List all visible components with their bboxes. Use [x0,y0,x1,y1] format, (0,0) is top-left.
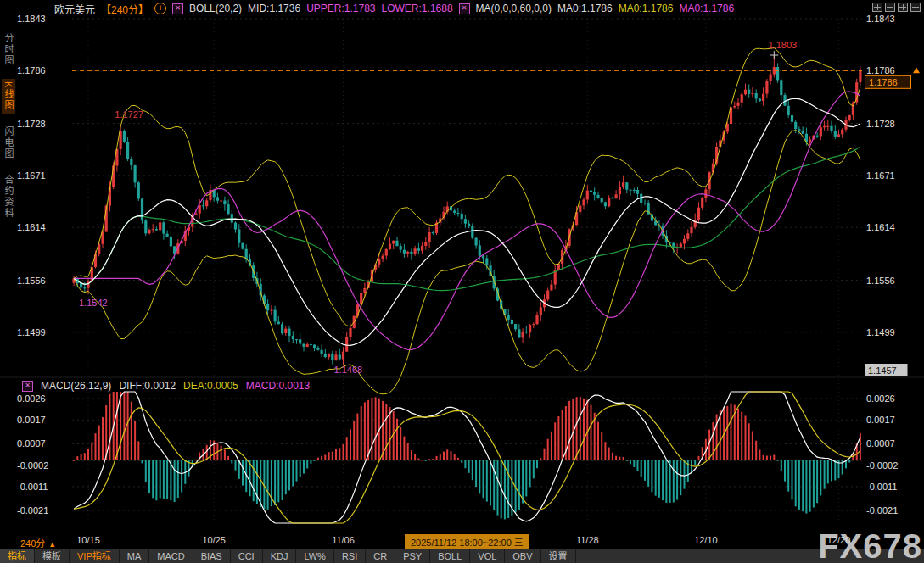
ma-label: MA(0,0,0,60,0,0) [476,3,552,14]
price-up-arrow-icon [913,67,920,73]
layout-grid-icon[interactable] [872,3,882,12]
date-label: 10/15 [76,535,100,545]
toolbar-tab-4[interactable]: MACD [149,549,193,563]
macd-axis-label-left: 0.0007 [17,438,46,449]
price-annotation: 1.1468 [333,365,362,375]
ma-indicator-close-icon[interactable]: ✕ [459,3,470,14]
indicator-topbar: 欧元美元 【240分】 + ✕ BOLL(20,2) MID:1.1736 UP… [54,2,734,15]
layout-switcher [872,3,921,12]
layout-single-icon[interactable] [910,3,921,12]
range-low-label: 1.1457 [868,365,897,376]
price-annotation: 1.1542 [79,298,108,308]
price-axis-label-right: 1.1556 [866,276,895,286]
price-axis-label-left: 1.1728 [17,119,46,129]
date-label: 11/28 [576,535,599,545]
macd-axis-label-left: -0.0021 [17,505,48,516]
toolbar-tab-5[interactable]: BIAS [193,549,231,563]
price-axis-label-right: 1.1843 [866,14,895,24]
toolbar-tab-10[interactable]: CR [366,549,395,563]
current-price-label: 1.1786 [869,77,898,87]
ma0-value-1: MA0:1.1786 [557,3,613,14]
boll-upper-value: UPPER:1.1783 [306,3,375,14]
toolbar-tab-1[interactable]: 模板 [35,549,70,563]
price-axis-label-right: 1.1728 [866,119,895,129]
macd-axis-label-left: 0.0017 [17,415,46,425]
price-axis-label-left: 1.1499 [17,327,46,337]
price-axis-label-left: 1.1614 [17,222,46,232]
toolbar-tab-12[interactable]: BOLL [430,549,470,563]
sidebar-item-0[interactable]: 分时图 [2,31,15,69]
price-axis-label-right: 1.1499 [866,327,895,337]
toolbar-tab-0[interactable]: 指标 [0,549,35,563]
boll-indicator-close-icon[interactable]: ✕ [172,3,183,14]
price-axis-label-left: 1.1671 [17,170,46,181]
app-window: 1.18431.18431.17861.17861.17281.17281.16… [0,0,924,563]
macd-axis-label-right: 0.0007 [866,438,895,449]
layout-rows-icon[interactable] [885,3,895,12]
sidebar-item-1[interactable]: K线图 [2,79,15,114]
macd-axis-label-left: 0.0026 [17,393,46,404]
boll-label: BOLL(20,2) [189,3,242,14]
toolbar-tab-6[interactable]: CCI [231,549,263,563]
bottom-toolbar: 指标模板VIP指标MAMACDBIASCCIKDJLW%RSICRPSYBOLL… [0,549,924,563]
price-axis-label-right: 1.1671 [866,170,895,181]
date-label: 11/06 [332,535,355,545]
boll-lower-value: LOWER:1.1688 [382,3,453,14]
price-axis-label-left: 1.1556 [17,276,46,286]
price-axis-label-left: 1.1843 [17,14,46,24]
price-axis-label-right: 1.1786 [866,65,895,75]
toolbar-tab-2[interactable]: VIP指标 [70,549,120,563]
sidebar-item-2[interactable]: 闪电图 [2,124,15,162]
fx678-watermark: FX678 [818,527,922,563]
toolbar-tab-8[interactable]: LW% [296,549,333,563]
macd-axis-label-left: -0.0002 [17,460,48,471]
price-annotation: 1.1803 [768,40,797,50]
period-label: 【240分】 [101,2,148,16]
left-sidebar: 分时图K线图闪电图合约资料 [0,20,14,549]
symbol-name: 欧元美元 [54,2,95,16]
ma0-value-3: MA0:1.1786 [679,3,734,14]
circle-plus-icon[interactable]: + [154,3,166,14]
macd-axis-label-right: -0.0021 [866,505,898,516]
date-label: 10/25 [202,535,226,545]
toolbar-tab-11[interactable]: PSY [395,549,430,563]
toolbar-tab-14[interactable]: OBV [505,549,540,563]
toolbar-tab-15[interactable]: 设置 [541,549,576,563]
price-axis-label-right: 1.1614 [866,222,895,232]
timeframe-badge[interactable]: 240分▲ [20,536,56,549]
macd-macd-value: MACD:0.0013 [246,380,310,392]
macd-label: MACD(26,12,9) [41,380,111,392]
toolbar-tab-3[interactable]: MA [120,549,150,563]
toolbar-tab-9[interactable]: RSI [334,549,366,563]
layout-split-icon[interactable] [898,3,908,12]
macd-diff-value: DIFF:0.0012 [119,380,176,392]
ma0-value-2: MA0:1.1786 [619,3,674,14]
up-triangle-icon: ▲ [48,540,56,549]
macd-axis-label-right: 0.0026 [866,393,895,404]
boll-mid-value: MID:1.1736 [248,3,300,14]
macd-header: ✕ MACD(26,12,9) DIFF:0.0012 DEA:0.0005 M… [22,380,310,392]
sidebar-item-3[interactable]: 合约资料 [2,172,15,221]
crosshair-time-readout: 2025/11/12 18:00~22:00 三 [405,534,529,549]
macd-dea-value: DEA:0.0005 [183,380,238,392]
macd-axis-label-left: -0.0011 [17,482,48,492]
toolbar-tab-7[interactable]: KDJ [263,549,297,563]
date-label: 12/10 [694,535,718,545]
macd-axis-label-right: 0.0017 [866,415,895,425]
main-chart-svg[interactable]: 1.18431.18431.17861.17861.17281.17281.16… [0,0,924,563]
macd-axis-label-right: -0.0011 [866,482,898,492]
toolbar-tab-13[interactable]: VOL [470,549,505,563]
price-axis-label-left: 1.1786 [17,65,46,75]
macd-axis-label-right: -0.0002 [866,460,898,471]
price-annotation: 1.1727 [115,109,143,120]
macd-indicator-close-icon[interactable]: ✕ [22,381,33,392]
